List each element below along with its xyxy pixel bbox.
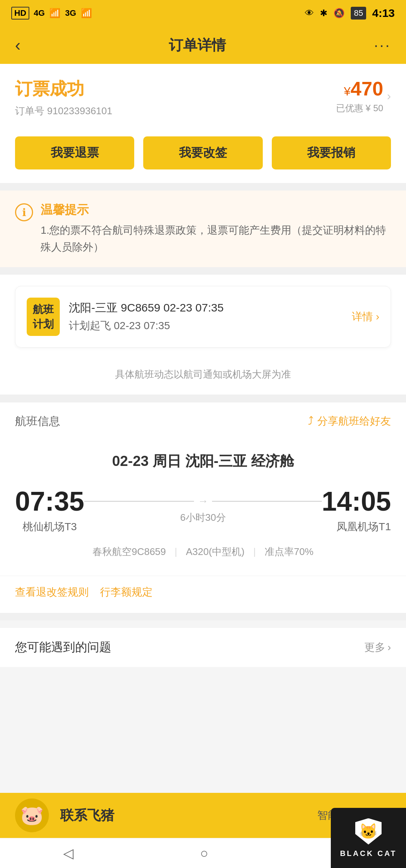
contact-avatar: 🐷 <box>15 798 49 832</box>
contact-name: 联系飞猪 <box>60 806 114 825</box>
discount-label: 已优惠 ¥ 50 <box>336 102 383 114</box>
flight-details: 02-23 周日 沈阳-三亚 经济舱 07:35 桃仙机场T3 → 6小时30分… <box>0 440 406 576</box>
meta-divider-1: | <box>175 546 180 557</box>
faq-section: 您可能遇到的问题 更多 › <box>0 628 406 667</box>
clock: 4:13 <box>372 7 395 20</box>
currency-symbol: ¥ <box>344 85 351 98</box>
arrive-time-value: 14:05 <box>322 486 391 517</box>
total-price: ¥470 <box>336 77 383 100</box>
flight-info-header: 航班信息 ⤴ 分享航班给好友 <box>0 402 406 440</box>
share-button[interactable]: ⤴ 分享航班给好友 <box>308 414 391 428</box>
meta-divider-2: | <box>253 546 259 557</box>
price-arrow-icon[interactable]: › <box>387 89 391 103</box>
warning-notice: ℹ 温馨提示 1.您的票不符合航司特殊退票政策，退票可能产生费用（提交证明材料的… <box>0 191 406 267</box>
nav-back-button[interactable]: ◁ <box>52 842 85 865</box>
flight-duration-block: → 6小时30分 <box>84 495 322 524</box>
warning-content: 温馨提示 1.您的票不符合航司特殊退票政策，退票可能产生费用（提交证明材料的特殊… <box>41 202 391 256</box>
depart-time-value: 07:35 <box>15 486 84 517</box>
arrival-time-block: 14:05 凤凰机场T1 <box>322 486 391 534</box>
line-left <box>84 501 194 502</box>
departure-time-block: 07:35 桃仙机场T3 <box>15 486 84 534</box>
flight-notice: 具体航班动态以航司通知或机场大屏为准 <box>0 359 406 395</box>
flight-plan-card: 航班 计划 沈阳-三亚 9C8659 02-23 07:35 计划起飞 02-2… <box>15 286 391 348</box>
flight-plan-badge: 航班 计划 <box>27 298 60 336</box>
page-header: ‹ 订单详情 ··· <box>0 26 406 64</box>
more-arrow-icon: › <box>388 641 391 653</box>
page-title: 订单详情 <box>169 36 226 55</box>
plane-icon: → <box>198 495 208 507</box>
black-cat-watermark: 🐱 BLACK CAT <box>331 808 406 868</box>
success-title: 订票成功 <box>15 77 112 101</box>
refund-rule-link[interactable]: 查看退改签规则 <box>15 585 89 599</box>
nav-home-button[interactable]: ○ <box>189 842 220 865</box>
aircraft-info: A320(中型机) <box>186 546 244 557</box>
status-left: HD 4G 📶 3G 📶 <box>11 7 92 20</box>
flight-route: 沈阳-三亚 9C8659 02-23 07:35 <box>69 300 224 316</box>
cat-icon: 🐱 <box>359 823 378 840</box>
back-button[interactable]: ‹ <box>15 36 21 54</box>
mute-icon: 🔕 <box>333 8 345 18</box>
warning-text: 1.您的票不符合航司特殊退票政策，退票可能产生费用（提交证明材料的特殊人员除外） <box>41 222 391 256</box>
rules-links-section: 查看退改签规则 行李额规定 <box>0 576 406 613</box>
status-right: 👁 ✱ 🔕 85 4:13 <box>305 7 395 20</box>
section-divider-2 <box>0 267 406 275</box>
duration-line: → <box>84 495 322 507</box>
flight-plan-info: 沈阳-三亚 9C8659 02-23 07:35 计划起飞 02-23 07:3… <box>69 300 224 333</box>
flight-detail-link[interactable]: 详情 › <box>352 310 379 324</box>
status-bar: HD 4G 📶 3G 📶 👁 ✱ 🔕 85 4:13 <box>0 0 406 26</box>
flight-date-route: 02-23 周日 沈阳-三亚 经济舱 <box>15 452 391 471</box>
line-right <box>212 501 322 502</box>
more-button[interactable]: ··· <box>374 37 391 54</box>
baggage-rule-link[interactable]: 行李额规定 <box>100 585 153 599</box>
avatar-emoji: 🐷 <box>20 804 44 826</box>
share-icon: ⤴ <box>308 415 314 428</box>
detail-label: 详情 <box>352 310 373 324</box>
order-right: ¥470 已优惠 ¥ 50 › <box>336 77 391 114</box>
section-divider-3 <box>0 395 406 402</box>
plan-departure-time: 计划起飞 02-23 07:35 <box>69 319 224 333</box>
flight-meta: 春秋航空9C8659 | A320(中型机) | 准点率70% <box>15 543 391 561</box>
duration-text: 6小时30分 <box>84 511 322 524</box>
invoice-button[interactable]: 我要报销 <box>272 136 391 169</box>
signal-bars-2: 📶 <box>81 8 92 18</box>
order-price-info: ¥470 已优惠 ¥ 50 <box>336 77 383 114</box>
4g-signal: 4G <box>34 8 45 18</box>
more-faq-link[interactable]: 更多 › <box>364 640 391 655</box>
info-icon: ℹ <box>15 203 33 221</box>
flight-times-row: 07:35 桃仙机场T3 → 6小时30分 14:05 凤凰机场T1 <box>15 486 391 534</box>
flight-info-title: 航班信息 <box>15 414 60 429</box>
section-divider-1 <box>0 183 406 191</box>
rebook-button[interactable]: 我要改签 <box>143 136 262 169</box>
badge-line1: 航班 <box>33 302 54 317</box>
eye-icon: 👁 <box>305 8 314 18</box>
hd-label: HD <box>11 7 29 20</box>
3g-signal: 3G <box>65 8 76 18</box>
detail-arrow-icon: › <box>376 311 379 323</box>
more-label: 更多 <box>364 640 385 655</box>
share-label: 分享航班给好友 <box>317 414 391 428</box>
badge-line2: 计划 <box>33 317 54 331</box>
order-left: 订票成功 订单号 910233936101 <box>15 77 112 118</box>
order-number: 订单号 910233936101 <box>15 104 112 118</box>
airline-info: 春秋航空9C8659 <box>92 546 166 557</box>
black-cat-label: BLACK CAT <box>340 849 397 858</box>
arrive-airport: 凤凰机场T1 <box>322 520 391 534</box>
depart-airport: 桃仙机场T3 <box>15 520 84 534</box>
action-buttons-row: 我要退票 我要改签 我要报销 <box>0 129 406 183</box>
price-value: 470 <box>351 78 383 100</box>
ontime-rate: 准点率70% <box>265 546 314 557</box>
flight-plan-left: 航班 计划 沈阳-三亚 9C8659 02-23 07:35 计划起飞 02-2… <box>27 298 224 336</box>
shield-icon: 🐱 <box>355 818 382 845</box>
signal-bars: 📶 <box>49 8 61 18</box>
section-divider-4 <box>0 613 406 620</box>
faq-title: 您可能遇到的问题 <box>15 639 111 656</box>
bluetooth-icon: ✱ <box>320 8 327 18</box>
order-success-section: 订票成功 订单号 910233936101 ¥470 已优惠 ¥ 50 › <box>0 64 406 129</box>
warning-title: 温馨提示 <box>41 202 391 218</box>
bottom-spacer <box>0 667 406 750</box>
flight-plan-section: 航班 计划 沈阳-三亚 9C8659 02-23 07:35 计划起飞 02-2… <box>0 275 406 359</box>
refund-button[interactable]: 我要退票 <box>15 136 134 169</box>
bottom-navigation: ◁ ○ □ 🐱 BLACK CAT <box>0 838 406 868</box>
battery-indicator: 85 <box>351 7 366 20</box>
